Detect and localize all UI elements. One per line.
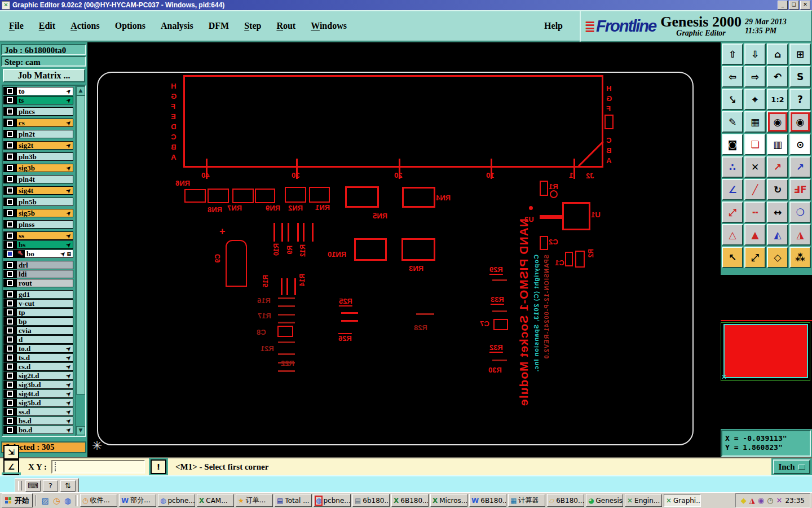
layer-checkbox[interactable] [7, 354, 13, 361]
layer-checkbox[interactable] [7, 373, 13, 379]
layer-row-ss[interactable]: ss➤ [3, 231, 73, 240]
task-button[interactable]: W6B180... [469, 494, 506, 507]
tray-clock-icon[interactable]: ◷ [767, 496, 773, 505]
layer-row-ts[interactable]: ts➤ [3, 96, 73, 104]
layer-checkbox[interactable] [7, 221, 13, 227]
spinner-button[interactable]: ⇅ [60, 480, 76, 492]
layer-row-bp[interactable]: bp [3, 317, 73, 326]
menu-windows[interactable]: Windows [311, 21, 347, 31]
layer-name[interactable]: plncs [16, 107, 73, 116]
layer-checkbox[interactable] [7, 242, 13, 248]
layer-row-bo[interactable]: ↖bo➤⊞ [3, 249, 73, 258]
overlap-shapes-button[interactable]: ❍ [789, 202, 811, 223]
layer-name[interactable]: bs.d➤ [16, 417, 73, 425]
layer-row-sig4t.d[interactable]: sig4t.d➤ [3, 389, 73, 398]
task-button[interactable]: ✕Engin... [625, 494, 662, 507]
layer-checkbox[interactable] [7, 280, 13, 286]
display-settings-button[interactable]: ✎ [722, 111, 743, 133]
zoom-fit-button[interactable]: ⤥ [722, 89, 743, 110]
layer-checkbox[interactable] [7, 391, 13, 397]
layer-row-sig5b.d[interactable]: sig5b.d➤ [3, 398, 73, 407]
layer-name[interactable]: bo.d➤ [16, 426, 73, 434]
layer-name[interactable]: bs➤ [16, 240, 73, 249]
layer-checkbox[interactable] [7, 199, 13, 205]
view-undo-button[interactable]: ↶ [767, 66, 788, 87]
slope-line-button[interactable]: ╱ [744, 179, 766, 200]
layer-name[interactable]: tp [16, 308, 73, 317]
ql-desktop-button[interactable]: ▨ [39, 495, 51, 506]
menu-options[interactable]: Options [115, 21, 145, 31]
layer-checkbox[interactable] [7, 271, 13, 277]
layer-name[interactable]: pln4t [16, 175, 73, 183]
layer-checkbox[interactable] [7, 345, 13, 352]
layer-checkbox[interactable] [7, 364, 13, 370]
split-view-xy-button[interactable]: ⊞ [789, 43, 811, 65]
menu-edit[interactable]: Edit [39, 21, 55, 31]
layer-checkbox[interactable] [7, 291, 13, 297]
layer-row-bs[interactable]: bs➤ [3, 240, 73, 249]
layer-row-sig4t[interactable]: sig4t➤ [3, 186, 73, 195]
layer-name[interactable]: v-cut [16, 299, 73, 308]
layer-row-drl[interactable]: drl [3, 261, 73, 269]
layer-checkbox[interactable] [7, 142, 13, 148]
frame-button[interactable]: ❏ [744, 134, 766, 155]
mirror-button[interactable]: ℲF [789, 179, 811, 200]
layer-row-tp[interactable]: tp [3, 308, 73, 317]
ruler-button[interactable]: ▥ [767, 134, 788, 155]
layer-down-button[interactable]: ⇩ [744, 43, 766, 65]
layer-name[interactable]: ss➤ [16, 231, 73, 240]
task-button[interactable]: ◍pcbne... [158, 494, 195, 507]
task-button[interactable]: ▤6b180... [352, 494, 390, 507]
layer-name[interactable]: sig2t.d➤ [16, 371, 73, 380]
zoom-ratio-1-2-button[interactable]: 1:2 [767, 89, 788, 110]
scrollbar-thumb[interactable] [76, 95, 85, 395]
layer-name[interactable]: bo➤⊞ [24, 249, 73, 258]
pcb-canvas[interactable]: HGFEDCBAHGFCBA403020101J2RN6RN8RN7RN9RN2… [87, 42, 721, 457]
layer-name[interactable]: plnss [16, 220, 73, 229]
restore-button[interactable]: ❏ [789, 1, 799, 10]
layer-row-plnss[interactable]: plnss [3, 220, 73, 229]
layer-row-sig2t[interactable]: sig2t➤ [3, 141, 73, 150]
layer-row-to[interactable]: to➤ [3, 87, 73, 95]
layer-name[interactable]: to.d➤ [16, 344, 73, 353]
task-button[interactable]: X6B180... [391, 494, 429, 507]
task-button[interactable]: ◍pcbne... [314, 494, 351, 507]
select-polygon-button[interactable]: ◇ [767, 247, 788, 268]
layer-name[interactable]: cs.d➤ [16, 362, 73, 371]
layer-row-sig2t.d[interactable]: sig2t.d➤ [3, 371, 73, 380]
menu-actions[interactable]: Actions [70, 21, 100, 31]
segment-button[interactable]: ╍ [744, 202, 766, 223]
close-button[interactable]: ✕ [800, 1, 810, 10]
layer-checkbox[interactable] [7, 210, 13, 216]
layer-row-ldi[interactable]: ldi [3, 270, 73, 278]
layer-row-v-cut[interactable]: v-cut [3, 299, 73, 308]
layer-name[interactable]: cs➤ [16, 119, 73, 127]
layer-row-pln4t[interactable]: pln4t [3, 175, 73, 183]
task-button[interactable]: ✕Graphi... [664, 494, 701, 507]
toolbar-grip[interactable] [18, 481, 22, 491]
layer-checkbox[interactable] [7, 176, 13, 182]
select-net-button[interactable]: ⁂ [789, 247, 811, 268]
scroll-down-button[interactable]: ▼ [76, 426, 85, 435]
layer-checkbox[interactable] [7, 327, 13, 334]
layer-row-plncs[interactable]: plncs [3, 107, 73, 116]
layer-row-bo.d[interactable]: bo.d➤ [3, 426, 73, 434]
layer-name[interactable]: ts➤ [16, 96, 73, 104]
task-button[interactable]: ★订单... [236, 494, 273, 507]
tray-triangle-icon[interactable]: ◮ [749, 496, 755, 505]
layer-row-rout[interactable]: rout [3, 279, 73, 287]
layer-row-sig5b[interactable]: sig5b➤ [3, 209, 73, 217]
layer-name[interactable]: sig2t➤ [16, 141, 73, 150]
layer-name[interactable]: to➤ [16, 87, 73, 95]
tray-diamond-icon[interactable]: ◆ [741, 496, 747, 505]
net-points-button[interactable]: ∴ [722, 156, 743, 178]
layer-name[interactable]: sig5b.d➤ [16, 398, 73, 407]
scroll-up-button[interactable]: ▲ [76, 86, 85, 95]
layer-name[interactable]: pln5b [16, 198, 73, 206]
layer-display-b-button[interactable]: ◉ [789, 111, 811, 133]
resize-mode-button[interactable]: ⇲ [3, 445, 19, 459]
rotate-button[interactable]: ↻ [767, 179, 788, 200]
layer-row-ss.d[interactable]: ss.d➤ [3, 408, 73, 416]
layer-checkbox[interactable] [7, 154, 13, 160]
keyboard-button[interactable]: ⌨ [25, 480, 41, 492]
